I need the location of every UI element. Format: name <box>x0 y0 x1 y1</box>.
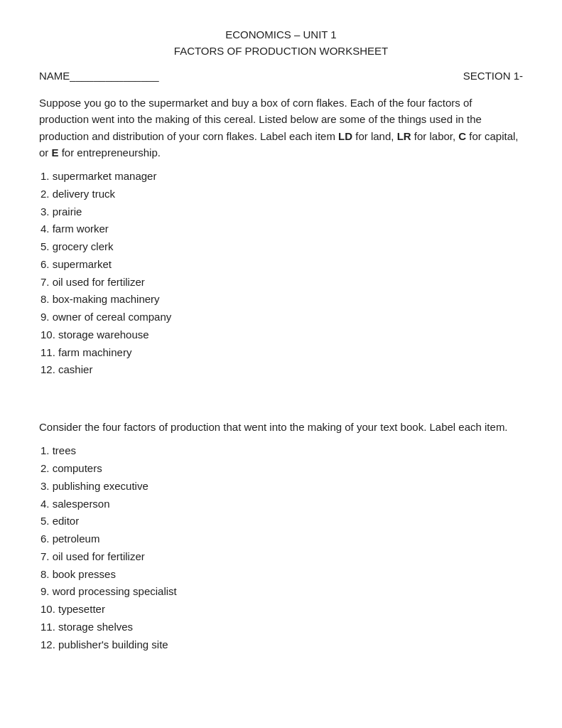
list-item: 8. book presses <box>40 566 523 584</box>
list-item: 5. editor <box>40 513 523 530</box>
list-item: 5. grocery clerk <box>40 238 523 256</box>
list-item: 1. supermarket manager <box>40 168 523 186</box>
intro-C: C <box>458 130 466 142</box>
intro-E: E <box>52 146 59 159</box>
list-item: 2. computers <box>40 460 523 478</box>
list-item: 7. oil used for fertilizer <box>40 274 523 291</box>
list-item: 7. oil used for fertilizer <box>40 548 523 566</box>
header-row: NAME_______________ SECTION 1- <box>39 70 523 82</box>
list-item: 10. storage warehouse <box>40 326 523 344</box>
list-item: 10. typesetter <box>40 601 523 619</box>
list-item: 12. cashier <box>40 361 523 379</box>
page-subtitle: FACTORS OF PRODUCTION WORKSHEET <box>39 45 523 57</box>
intro-end: for entrepreneurship. <box>59 146 161 159</box>
list-item: 2. delivery truck <box>40 186 523 203</box>
list-item: 9. owner of cereal company <box>40 309 523 326</box>
list-item: 6. supermarket <box>40 256 523 274</box>
intro-mid2: for labor, <box>411 130 459 142</box>
list-item: 12. publisher's building site <box>40 636 523 654</box>
intro-LD: LD <box>338 130 352 142</box>
list-item: 3. prairie <box>40 203 523 221</box>
section1-list: 1. supermarket manager2. delivery truck3… <box>39 168 523 379</box>
spacer <box>39 385 523 419</box>
list-item: 6. petroleum <box>40 530 523 548</box>
list-item: 8. box-making machinery <box>40 291 523 309</box>
list-item: 4. farm worker <box>40 220 523 238</box>
list-item: 9. word processing specialist <box>40 583 523 601</box>
page-title: ECONOMICS – UNIT 1 <box>39 28 523 41</box>
section2-list: 1. trees2. computers3. publishing execut… <box>39 442 523 653</box>
list-item: 11. farm machinery <box>40 344 523 362</box>
name-label: NAME_______________ <box>39 70 158 82</box>
list-item: 4. salesperson <box>40 496 523 513</box>
intro-LR: LR <box>397 130 411 142</box>
section-label: SECTION 1- <box>463 70 523 82</box>
list-item: 11. storage shelves <box>40 619 523 636</box>
section1-intro: Suppose you go to the supermarket and bu… <box>39 95 523 161</box>
list-item: 1. trees <box>40 442 523 460</box>
intro-mid1: for land, <box>352 130 397 142</box>
section2-intro: Consider the four factors of production … <box>39 419 523 435</box>
list-item: 3. publishing executive <box>40 478 523 496</box>
